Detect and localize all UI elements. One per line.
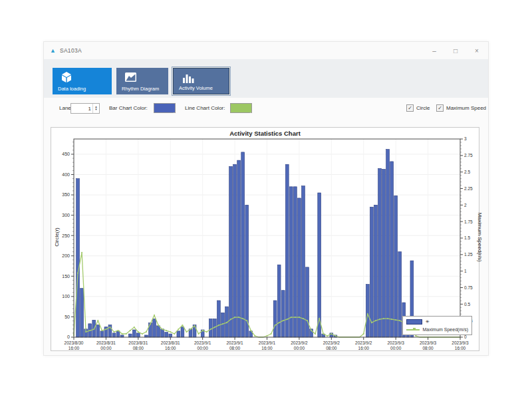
svg-text:450: 450 [62,152,70,156]
svg-text:2023/8/31: 2023/8/31 [96,340,116,345]
svg-text:0: 0 [464,334,467,339]
legend-line-label: Maximum Speed(m/s) [423,327,468,332]
svg-text:16:00: 16:00 [165,346,176,350]
toolbar: Data loading Rhythm Diagram [44,59,488,98]
svg-text:16:00: 16:00 [261,346,273,350]
svg-text:200: 200 [62,253,70,258]
left-axis-title: Circle(r) [54,214,60,261]
legend-bar-series: ✳ [406,319,468,325]
svg-text:08:00: 08:00 [229,346,241,350]
svg-text:100: 100 [62,294,70,299]
swatch-handle-icon: .. [174,110,174,114]
bar-color-label: Bar Chart Color: [109,105,148,111]
legend-bar-swatch [406,319,422,325]
svg-text:250: 250 [62,233,70,238]
close-button[interactable]: × [472,47,481,55]
window-title: SA103A [60,47,82,54]
svg-text:2023/8/30: 2023/8/30 [65,340,84,345]
svg-text:2023/8/31: 2023/8/31 [161,340,180,345]
svg-text:08:00: 08:00 [422,346,434,350]
minimize-button[interactable]: – [430,47,439,55]
rhythm-diagram-button[interactable]: Rhythm Diagram [116,68,168,94]
cube-icon [59,70,74,86]
svg-text:2023/9/3: 2023/9/3 [388,340,405,345]
svg-text:2.5: 2.5 [464,170,470,174]
svg-text:2023/9/2: 2023/9/2 [355,340,372,345]
svg-text:1.75: 1.75 [464,219,473,224]
svg-text:1: 1 [464,269,467,273]
svg-text:2023/9/1: 2023/9/1 [259,340,276,345]
legend-line-series: Maximum Speed(m/s) [406,327,468,332]
checkbox-check-icon[interactable]: ✓ [406,104,414,112]
svg-text:00:00: 00:00 [390,346,402,350]
settings-bar: Lane: 1 ▲ ▼ Bar Chart Color: .. Line Cha… [44,98,488,122]
svg-text:08:00: 08:00 [133,346,144,350]
svg-text:350: 350 [62,192,70,197]
legend-line-swatch [406,329,420,331]
right-axis-title: Maximum Speed(r/s) [477,204,483,271]
circle-checkbox-label: Circle [416,105,430,111]
svg-text:50: 50 [65,315,70,319]
svg-text:2023/8/31: 2023/8/31 [128,340,148,345]
svg-text:2023/9/3: 2023/9/3 [452,340,469,345]
legend-line-marker [413,328,416,331]
app-window: ▲ SA103A – □ × Data loading [43,41,489,356]
svg-text:08:00: 08:00 [326,346,337,350]
spinner-down-icon[interactable]: ▼ [94,108,97,112]
svg-text:2023/9/2: 2023/9/2 [323,340,340,345]
titlebar: ▲ SA103A – □ × [44,42,488,59]
maximum-speed-checkbox[interactable]: ✓ Maximum Speed [436,104,486,112]
lane-input[interactable]: 1 ▲ ▼ [70,103,100,114]
svg-text:16:00: 16:00 [455,346,466,350]
lane-spinner[interactable]: ▲ ▼ [92,104,99,113]
svg-text:00:00: 00:00 [100,346,112,350]
svg-text:2023/9/1: 2023/9/1 [194,340,211,345]
legend-bar-label: ✳ [426,319,430,325]
svg-text:0.75: 0.75 [464,285,473,290]
chart-panel: Activity Statistics Chart 05010015020025… [51,127,479,351]
svg-text:1.5: 1.5 [464,235,470,240]
svg-text:0: 0 [67,334,70,339]
data-loading-button[interactable]: Data loading [53,68,112,94]
svg-text:00:00: 00:00 [294,346,305,350]
svg-text:2023/9/3: 2023/9/3 [420,340,437,345]
activity-volume-button[interactable]: Activity Volume [173,68,229,94]
svg-text:150: 150 [62,274,70,279]
maximum-speed-checkbox-label: Maximum Speed [446,105,486,111]
line-color-label: Line Chart Color: [185,105,225,111]
rhythm-diagram-label: Rhythm Diagram [122,86,159,92]
svg-text:300: 300 [62,213,70,217]
svg-text:00:00: 00:00 [198,346,209,350]
maximize-button[interactable]: □ [451,47,460,55]
svg-text:400: 400 [62,172,70,177]
app-logo-icon: ▲ [50,47,56,54]
svg-text:2023/9/1: 2023/9/1 [226,340,243,345]
circle-checkbox[interactable]: ✓ Circle [406,104,430,112]
svg-text:2.75: 2.75 [464,153,473,158]
svg-text:0.5: 0.5 [464,302,470,307]
checkbox-check-icon[interactable]: ✓ [436,104,444,112]
area-chart-icon [123,70,138,86]
svg-text:2023/9/2: 2023/9/2 [291,340,308,345]
window-controls: – □ × [430,42,481,59]
lane-value: 1 [88,106,91,112]
svg-text:2.25: 2.25 [464,186,473,191]
svg-text:16:00: 16:00 [68,346,80,350]
line-color-swatch[interactable]: .. [230,103,252,113]
svg-text:2: 2 [464,203,467,207]
activity-volume-label: Activity Volume [179,85,213,91]
screen: ▲ SA103A – □ × Data loading [0,0,532,399]
swatch-handle-icon: .. [250,110,251,114]
svg-text:16:00: 16:00 [358,346,370,350]
chart-legend: ✳ Maximum Speed(m/s) [402,316,472,335]
svg-text:1.25: 1.25 [464,252,473,257]
data-loading-label: Data loading [58,86,86,92]
bar-color-swatch[interactable]: .. [154,103,176,113]
svg-text:3: 3 [464,136,467,141]
